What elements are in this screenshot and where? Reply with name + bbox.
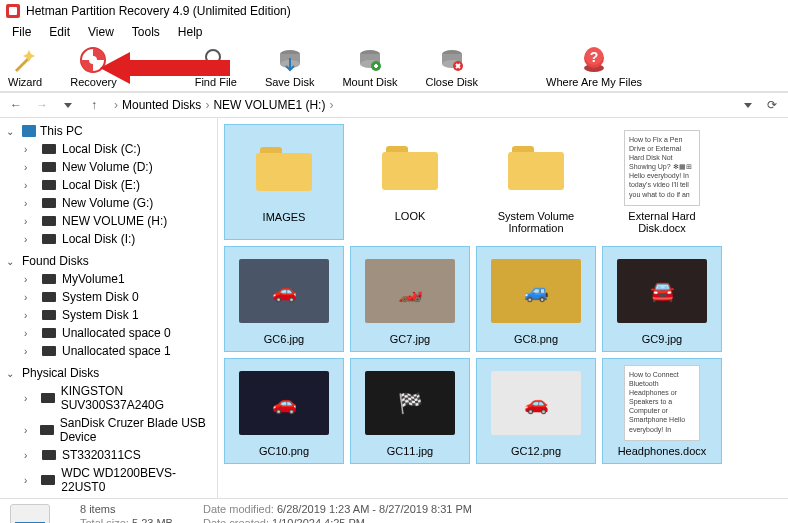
tree-item[interactable]: ›WDC WD1200BEVS-22UST0 bbox=[0, 464, 217, 496]
chevron-right-icon: › bbox=[24, 346, 36, 357]
tree-item[interactable]: ›System Disk 0 bbox=[0, 288, 217, 306]
wizard-button[interactable]: Wizard bbox=[8, 46, 42, 88]
nav-dropdown-button[interactable] bbox=[738, 95, 758, 115]
menu-edit[interactable]: Edit bbox=[41, 23, 78, 41]
tree-item-label: Unallocated space 0 bbox=[62, 326, 171, 340]
disk-icon bbox=[42, 310, 56, 320]
breadcrumb-root[interactable]: Mounted Disks bbox=[122, 98, 201, 112]
tree-item-label: Local Disk (I:) bbox=[62, 232, 135, 246]
tree-item[interactable]: ›New Volume (D:) bbox=[0, 158, 217, 176]
chevron-right-icon: › bbox=[24, 450, 36, 461]
question-icon: ? bbox=[580, 46, 608, 74]
svg-line-2 bbox=[218, 62, 226, 70]
file-item[interactable]: 🚗GC12.png bbox=[476, 358, 596, 464]
tree-item-label: ST3320311CS bbox=[62, 448, 141, 462]
menu-file[interactable]: File bbox=[4, 23, 39, 41]
tree-item[interactable]: ›System Disk 1 bbox=[0, 306, 217, 324]
pc-icon bbox=[22, 125, 36, 137]
file-item[interactable]: How to Fix a Pen Drive or External Hard … bbox=[602, 124, 722, 240]
tree-item[interactable]: ›MyVolume1 bbox=[0, 270, 217, 288]
file-item[interactable]: LOOK bbox=[350, 124, 470, 240]
statusbar: 8 items Total size: 5.23 MB Date modifie… bbox=[0, 498, 788, 523]
file-item[interactable]: 🏎️GC7.jpg bbox=[350, 246, 470, 352]
tree-item[interactable]: ›Local Disk (C:) bbox=[0, 140, 217, 158]
breadcrumb-current[interactable]: NEW VOLUME1 (H:) bbox=[213, 98, 325, 112]
file-item[interactable]: 🚙GC8.png bbox=[476, 246, 596, 352]
disk-icon bbox=[42, 450, 56, 460]
file-item[interactable]: 🏁GC11.jpg bbox=[350, 358, 470, 464]
whereare-button[interactable]: ? Where Are My Files bbox=[546, 46, 642, 88]
navbar: ← → ↑ › Mounted Disks › NEW VOLUME1 (H:)… bbox=[0, 92, 788, 118]
file-item[interactable]: 🚗GC6.jpg bbox=[224, 246, 344, 352]
tree-item[interactable]: ›Local Disk (I:) bbox=[0, 230, 217, 248]
whereare-label: Where Are My Files bbox=[546, 76, 642, 88]
tree-item[interactable]: ›New Volume (G:) bbox=[0, 194, 217, 212]
findfile-button[interactable]: Find File bbox=[195, 46, 237, 88]
chevron-right-icon: › bbox=[24, 274, 36, 285]
menu-help[interactable]: Help bbox=[170, 23, 211, 41]
disk-icon bbox=[42, 274, 56, 284]
tree-header-tree-found[interactable]: ⌄Found Disks bbox=[0, 252, 217, 270]
tree-item[interactable]: ›KINGSTON SUV300S37A240G bbox=[0, 382, 217, 414]
nav-up-button[interactable]: ↑ bbox=[84, 95, 104, 115]
tree-header-label: This PC bbox=[40, 124, 83, 138]
menu-tools[interactable]: Tools bbox=[124, 23, 168, 41]
image-thumbnail: 🚗 bbox=[491, 371, 581, 435]
menu-view[interactable]: View bbox=[80, 23, 122, 41]
file-label: GC6.jpg bbox=[264, 333, 304, 345]
tree-item[interactable]: ›ST3320311CS bbox=[0, 446, 217, 464]
drive-icon bbox=[10, 504, 50, 523]
nav-forward-button[interactable]: → bbox=[32, 95, 52, 115]
recovery-button[interactable]: Recovery bbox=[70, 46, 116, 88]
chevron-right-icon: › bbox=[24, 234, 36, 245]
file-label: Headphones.docx bbox=[618, 445, 707, 457]
file-item[interactable]: 🚗GC10.png bbox=[224, 358, 344, 464]
chevron-right-icon: › bbox=[24, 292, 36, 303]
nav-refresh-button[interactable]: ⟳ bbox=[762, 95, 782, 115]
chevron-down-icon: ⌄ bbox=[6, 368, 18, 379]
content-panel: IMAGESLOOKSystem Volume InformationHow t… bbox=[218, 118, 788, 498]
image-thumbnail: 🚗 bbox=[239, 371, 329, 435]
file-label: GC7.jpg bbox=[390, 333, 430, 345]
file-label: GC8.png bbox=[514, 333, 558, 345]
tree-header-tree-physical[interactable]: ⌄Physical Disks bbox=[0, 364, 217, 382]
tree-item-label: New Volume (D:) bbox=[62, 160, 153, 174]
tree-item[interactable]: ›Local Disk (E:) bbox=[0, 176, 217, 194]
nav-history-button[interactable] bbox=[58, 95, 78, 115]
chevron-right-icon: › bbox=[24, 475, 35, 486]
titlebar: Hetman Partition Recovery 4.9 (Unlimited… bbox=[0, 0, 788, 22]
image-thumbnail: 🏎️ bbox=[365, 259, 455, 323]
file-label: IMAGES bbox=[263, 211, 306, 223]
closedisk-button[interactable]: Close Disk bbox=[425, 46, 478, 88]
tree-item[interactable]: ›SanDisk Cruzer Blade USB Device bbox=[0, 414, 217, 446]
tree-item[interactable]: ›NEW VOLUME (H:) bbox=[0, 212, 217, 230]
tree-item[interactable]: ›Unallocated space 1 bbox=[0, 342, 217, 360]
chevron-right-icon: › bbox=[24, 162, 36, 173]
status-modified: 6/28/2019 1:23 AM - 8/27/2019 8:31 PM bbox=[277, 503, 472, 515]
status-totalsize-label: Total size: bbox=[80, 517, 129, 523]
image-thumbnail: 🚘 bbox=[617, 259, 707, 323]
mountdisk-button[interactable]: Mount Disk bbox=[342, 46, 397, 88]
tree-header-tree-thispc[interactable]: ⌄This PC bbox=[0, 122, 217, 140]
status-created-label: Date created: bbox=[203, 517, 269, 523]
nav-back-button[interactable]: ← bbox=[6, 95, 26, 115]
image-thumbnail: 🚗 bbox=[239, 259, 329, 323]
file-label: GC9.jpg bbox=[642, 333, 682, 345]
tree-item-label: System Disk 1 bbox=[62, 308, 139, 322]
image-thumbnail: 🚙 bbox=[491, 259, 581, 323]
file-item[interactable]: IMAGES bbox=[224, 124, 344, 240]
file-item[interactable]: How to Connect Bluetooth Headphones or S… bbox=[602, 358, 722, 464]
file-item[interactable]: 🚘GC9.jpg bbox=[602, 246, 722, 352]
svg-point-1 bbox=[206, 50, 220, 64]
chevron-down-icon: ⌄ bbox=[6, 126, 18, 137]
file-item[interactable]: System Volume Information bbox=[476, 124, 596, 240]
disk-icon bbox=[40, 425, 54, 435]
breadcrumb[interactable]: › Mounted Disks › NEW VOLUME1 (H:) › bbox=[110, 98, 732, 112]
savedisk-button[interactable]: Save Disk bbox=[265, 46, 315, 88]
tree-item-label: NEW VOLUME (H:) bbox=[62, 214, 167, 228]
status-totalsize: 5.23 MB bbox=[132, 517, 173, 523]
disk-icon bbox=[42, 144, 56, 154]
disk-icon bbox=[41, 393, 55, 403]
tree-panel: ⌄This PC›Local Disk (C:)›New Volume (D:)… bbox=[0, 118, 218, 498]
tree-item[interactable]: ›Unallocated space 0 bbox=[0, 324, 217, 342]
